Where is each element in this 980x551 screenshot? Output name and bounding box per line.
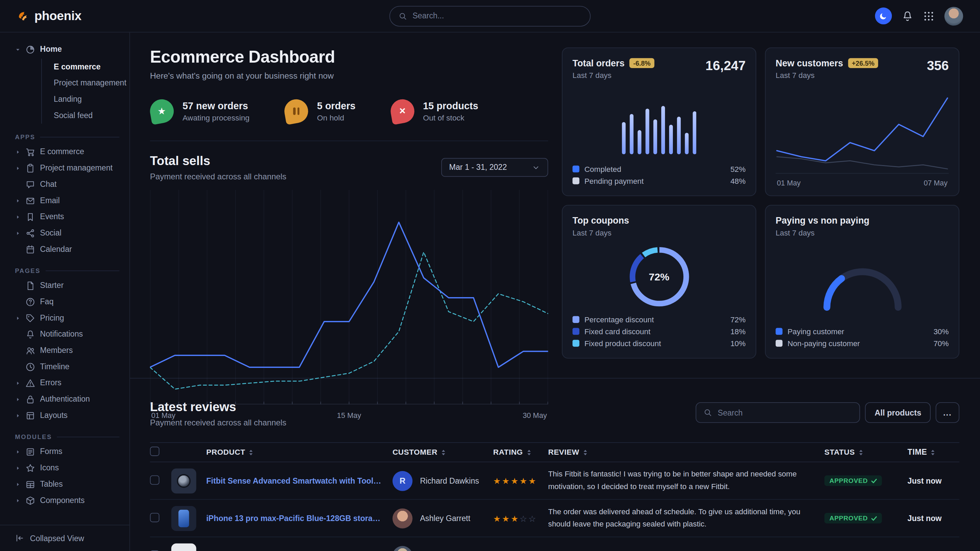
reviews-search-input[interactable]	[718, 408, 852, 417]
table-body: Fitbit Sense Advanced Smartwatch with To…	[150, 462, 959, 551]
bell-icon	[25, 329, 35, 339]
theme-toggle-button[interactable]	[875, 8, 892, 24]
legend-value: 10%	[730, 339, 746, 348]
mail-icon	[25, 196, 35, 205]
coupons-legend: Percentage discount 72% Fixed card disco…	[573, 313, 745, 349]
nav-section-pages: PAGES	[15, 267, 123, 274]
date-range-select[interactable]: Mar 1 - 31, 2022	[441, 158, 548, 177]
legend-value: 18%	[730, 327, 746, 336]
donut-center-label: 72%	[626, 244, 692, 310]
product-link[interactable]: iPhone 13 pro max-Pacific Blue-128GB sto…	[206, 514, 381, 523]
stat-caption: On hold	[317, 113, 355, 122]
search-icon	[399, 12, 407, 20]
brand-logo[interactable]: phoenix	[18, 9, 81, 23]
product-thumbnail[interactable]	[171, 506, 196, 530]
sidebar-item-e-commerce[interactable]: E commerce	[42, 59, 123, 75]
column-header-customer[interactable]: CUSTOMER	[393, 448, 493, 457]
stat-orders-on-hold: 5 orders On hold	[285, 99, 355, 123]
divider	[150, 141, 548, 141]
more-options-button[interactable]: ...	[936, 402, 959, 423]
main-content: Ecommerce Dashboard Here's what's going …	[130, 32, 980, 551]
legend-item: Paying customer 30%	[776, 326, 949, 337]
rating-stars: ★★★★★	[493, 476, 537, 486]
column-header-product[interactable]: PRODUCT	[206, 448, 393, 457]
sidebar-item-landing[interactable]: Landing	[42, 91, 123, 108]
dashboard-top: Ecommerce Dashboard Here's what's going …	[130, 32, 980, 378]
sidebar-item-notifications[interactable]: Notifications	[15, 326, 123, 342]
customer-avatar	[393, 546, 413, 551]
reviews-search	[696, 402, 860, 423]
chevron-down-icon	[532, 164, 540, 171]
stat-caption: Out of stock	[423, 113, 478, 122]
x-tick: 30 May	[523, 411, 547, 420]
tag-icon	[25, 313, 35, 322]
cart-icon	[25, 147, 35, 157]
kpi-cards: Total orders -6.8% Last 7 days 16,247 Co…	[562, 47, 959, 426]
all-products-button[interactable]: All products	[865, 402, 931, 423]
sidebar-item-home[interactable]: Home	[15, 41, 123, 57]
page-title: Ecommerce Dashboard	[150, 47, 548, 67]
global-search-input[interactable]	[412, 11, 581, 21]
forms-icon	[25, 447, 35, 456]
legend-label: Completed	[584, 165, 621, 173]
file-icon	[25, 281, 35, 290]
card-title: Top coupons	[573, 216, 629, 225]
sidebar-item-project-management[interactable]: Project management	[15, 160, 123, 176]
card-paying-vs-nonpaying: Paying vs non paying Last 7 days Paying …	[765, 205, 959, 359]
sidebar-item-faq[interactable]: Faq	[15, 294, 123, 310]
apps-menu-button[interactable]	[923, 10, 934, 21]
sidebar-item-members[interactable]: Members	[15, 342, 123, 359]
sidebar-item-authentication[interactable]: Authentication	[15, 391, 123, 407]
new-customers-chart	[776, 86, 949, 169]
sidebar-item-tables[interactable]: Tables	[15, 476, 123, 492]
sidebar-item-email[interactable]: Email	[15, 192, 123, 209]
sidebar-item-icons[interactable]: Icons	[15, 460, 123, 476]
collapse-sidebar-button[interactable]: Collapsed View	[0, 525, 129, 551]
column-header-review[interactable]: REVIEW	[548, 448, 824, 457]
app-root: phoenix HomeE commerceProject management…	[0, 0, 980, 551]
sidebar-item-starter[interactable]: Starter	[15, 277, 123, 294]
card-new-customers: New customers +26.5% Last 7 days 356 01 …	[765, 47, 959, 196]
sidebar-item-project-management[interactable]: Project management	[42, 75, 123, 91]
nav-section-modules: MODULES	[15, 433, 123, 440]
legend-swatch	[776, 328, 783, 335]
sidebar-item-calendar[interactable]: Calendar	[15, 241, 123, 257]
user-avatar[interactable]	[944, 6, 963, 25]
caret-right-icon	[15, 397, 21, 402]
date-range-value: Mar 1 - 31, 2022	[449, 163, 507, 172]
legend-swatch	[573, 165, 579, 172]
sidebar-item-e-commerce[interactable]: E commerce	[15, 144, 123, 160]
sidebar-item-social[interactable]: Social	[15, 225, 123, 241]
customer-avatar: R	[393, 471, 413, 491]
sidebar-item-components[interactable]: Components	[15, 492, 123, 508]
sidebar-item-layouts[interactable]: Layouts	[15, 407, 123, 424]
select-all-checkbox[interactable]	[150, 446, 160, 456]
sidebar-item-pricing[interactable]: Pricing	[15, 310, 123, 326]
review-text: This Fitbit is fantastic! I was trying t…	[548, 468, 808, 493]
table-header-row: PRODUCTCUSTOMERRATINGREVIEWSTATUSTIME	[150, 442, 959, 462]
sidebar-item-events[interactable]: Events	[15, 209, 123, 225]
box-icon	[25, 495, 35, 505]
notifications-button[interactable]	[902, 10, 913, 21]
row-checkbox[interactable]	[150, 513, 160, 522]
column-header-status[interactable]: STATUS	[824, 448, 907, 457]
sidebar-item-forms[interactable]: Forms	[15, 443, 123, 460]
sidebar-item-timeline[interactable]: Timeline	[15, 359, 123, 375]
caret-right-icon	[15, 449, 21, 455]
row-checkbox[interactable]	[150, 475, 160, 484]
card-total-orders: Total orders -6.8% Last 7 days 16,247 Co…	[562, 47, 756, 196]
moon-icon	[879, 12, 888, 20]
card-title: Paying vs non paying	[776, 216, 869, 225]
product-link[interactable]: Fitbit Sense Advanced Smartwatch with To…	[206, 476, 381, 485]
row-checkbox[interactable]	[150, 550, 160, 551]
legend-item: Percentage discount 72%	[573, 313, 745, 326]
alert-icon	[25, 378, 35, 387]
sidebar-item-social-feed[interactable]: Social feed	[42, 108, 123, 124]
sidebar-item-chat[interactable]: Chat	[15, 176, 123, 193]
sidebar-item-errors[interactable]: Errors	[15, 375, 123, 391]
product-thumbnail[interactable]	[171, 468, 196, 493]
column-header-rating[interactable]: RATING	[493, 448, 548, 457]
column-header-time[interactable]: TIME	[907, 448, 959, 457]
reviews-subtitle: Payment received across all channels	[150, 418, 287, 427]
search-icon	[704, 408, 712, 416]
